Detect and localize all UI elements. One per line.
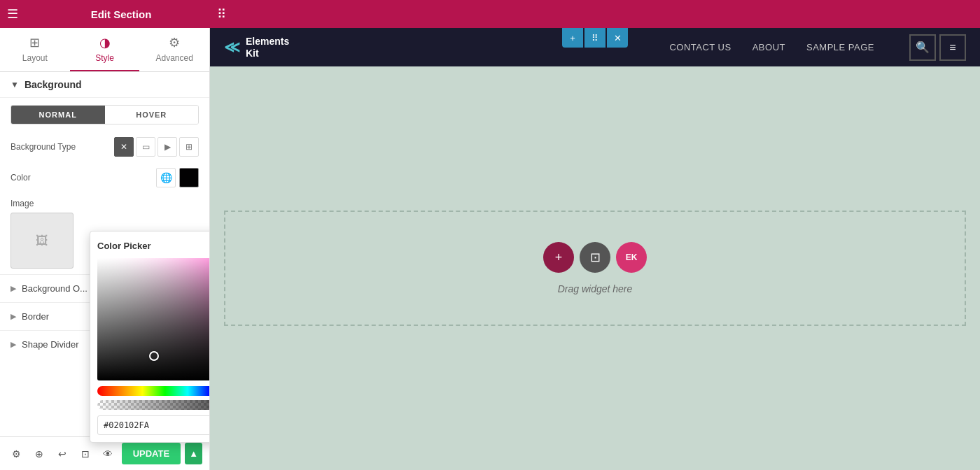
background-type-icons: ✕ ▭ ▶ ⊞ xyxy=(114,137,199,157)
hamburger-icon[interactable]: ☰ xyxy=(7,6,18,22)
tab-layout-label: Layout xyxy=(22,53,48,63)
nav-logo: ≪ Elements Kit xyxy=(224,36,289,59)
advanced-icon: ⚙ xyxy=(169,35,180,50)
color-swatch[interactable] xyxy=(179,168,199,187)
chevron-right-icon-overlay: ▶ xyxy=(10,284,16,293)
layers-toolbar-btn[interactable]: ⊕ xyxy=(30,444,49,464)
canvas-area: + ⠿ ✕ ≪ Elements Kit CONTACT US ABOUT SA… xyxy=(210,28,980,470)
normal-hover-toggle: NORMAL HOVER xyxy=(10,105,199,124)
hex-input-row xyxy=(97,415,210,435)
alpha-slider-wrapper xyxy=(97,400,210,410)
type-icon-solid[interactable]: ✕ xyxy=(114,137,134,157)
section-content: + ⊡ EK Drag widget here xyxy=(210,66,980,470)
image-placeholder[interactable]: 🖼 xyxy=(10,213,74,269)
nav-links: CONTACT US ABOUT SAMPLE PAGE xyxy=(669,42,874,52)
nav-link-about[interactable]: ABOUT xyxy=(752,42,785,52)
canvas-add-btn[interactable]: + xyxy=(562,28,583,48)
border-label: Border xyxy=(22,311,49,322)
chevron-right-icon-border: ▶ xyxy=(10,312,16,321)
type-icon-video[interactable]: ▶ xyxy=(158,137,177,157)
add-widget-btn[interactable]: + xyxy=(543,242,574,273)
tab-style-label: Style xyxy=(95,53,114,63)
nav-search-btn[interactable]: 🔍 xyxy=(909,34,936,61)
canvas-move-btn[interactable]: ⠿ xyxy=(584,28,606,48)
background-type-label: Background Type xyxy=(10,142,114,152)
global-color-btn[interactable]: 🌐 xyxy=(156,168,176,187)
background-type-row: Background Type ✕ ▭ ▶ ⊞ xyxy=(0,131,209,162)
update-arrow-button[interactable]: ▲ xyxy=(185,443,202,464)
hex-input[interactable] xyxy=(97,415,210,435)
chevron-right-icon-shape: ▶ xyxy=(10,340,16,349)
nav-icons: 🔍 ≡ xyxy=(909,34,966,61)
tab-style[interactable]: ◑ Style xyxy=(70,28,140,71)
style-icon: ◑ xyxy=(99,35,111,50)
main-layout: ⊞ Layout ◑ Style ⚙ Advanced ▼ Background… xyxy=(0,28,980,470)
drag-widget-text: Drag widget here xyxy=(558,283,633,294)
tab-advanced-label: Advanced xyxy=(155,53,192,63)
canvas-top-bar: + ⠿ ✕ xyxy=(562,28,628,48)
settings-toolbar-btn[interactable]: ⚙ xyxy=(7,444,26,464)
color-picker-popup: Color Picker ↺ + ⋮ ✒ xyxy=(90,231,210,443)
image-label: Image xyxy=(10,199,199,208)
responsive-toolbar-btn[interactable]: ⊡ xyxy=(76,444,94,464)
preview-toolbar-btn[interactable]: 👁 xyxy=(99,444,118,464)
alpha-gradient xyxy=(97,400,210,410)
sidebar-tabs: ⊞ Layout ◑ Style ⚙ Advanced xyxy=(0,28,209,72)
color-gradient-canvas[interactable] xyxy=(97,258,210,380)
page-title: Edit Section xyxy=(25,8,217,20)
tab-layout[interactable]: ⊞ Layout xyxy=(0,28,70,71)
color-label: Color xyxy=(10,173,156,183)
grid-icon[interactable]: ⠿ xyxy=(217,6,226,22)
background-overlay-label: Background O... xyxy=(22,283,88,294)
color-row: Color 🌐 xyxy=(0,162,209,193)
picker-title: Color Picker xyxy=(97,241,210,251)
picker-header: Color Picker ↺ + ⋮ ✒ xyxy=(97,238,210,252)
update-button[interactable]: UPDATE xyxy=(122,443,181,464)
sidebar: ⊞ Layout ◑ Style ⚙ Advanced ▼ Background… xyxy=(0,28,210,470)
nav-link-sample[interactable]: SAMPLE PAGE xyxy=(806,42,874,52)
shape-divider-label: Shape Divider xyxy=(22,339,79,350)
gradient-dark-overlay xyxy=(97,258,210,380)
type-icon-gradient[interactable]: ▭ xyxy=(136,137,155,157)
chevron-down-icon: ▼ xyxy=(10,80,19,90)
history-toolbar-btn[interactable]: ↩ xyxy=(52,444,71,464)
nav-menu-btn[interactable]: ≡ xyxy=(939,34,966,61)
dashed-drop-box[interactable]: + ⊡ EK Drag widget here xyxy=(224,211,966,326)
tab-advanced[interactable]: ⚙ Advanced xyxy=(139,28,209,71)
canvas-close-btn[interactable]: ✕ xyxy=(607,28,628,48)
background-section-header[interactable]: ▼ Background xyxy=(0,72,209,98)
background-section-title: Background xyxy=(24,79,82,90)
normal-toggle-btn[interactable]: NORMAL xyxy=(11,106,105,124)
ek-btn[interactable]: EK xyxy=(616,242,647,273)
top-bar-left: ☰ Edit Section xyxy=(7,6,217,22)
hover-toggle-btn[interactable]: HOVER xyxy=(105,106,199,124)
template-btn[interactable]: ⊡ xyxy=(580,242,610,273)
nav-logo-text: Elements Kit xyxy=(246,36,289,59)
drag-buttons: + ⊡ EK xyxy=(543,242,647,273)
ek-logo-icon: ≪ xyxy=(224,38,240,57)
layout-icon: ⊞ xyxy=(29,35,40,50)
color-controls: 🌐 xyxy=(156,168,199,187)
hue-slider[interactable] xyxy=(97,386,210,396)
type-icon-slideshow[interactable]: ⊞ xyxy=(179,137,199,157)
top-bar: ☰ Edit Section ⠿ xyxy=(0,0,980,28)
nav-link-contact[interactable]: CONTACT US xyxy=(669,42,731,52)
